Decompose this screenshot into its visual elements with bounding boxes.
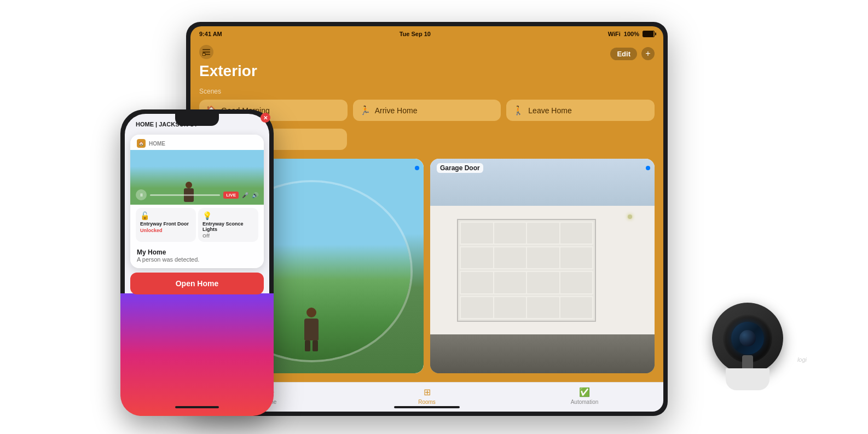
notif-app-icon: 🏠 <box>137 139 146 148</box>
svg-rect-0 <box>202 49 210 50</box>
camera-base <box>726 368 769 390</box>
panel-cell <box>527 297 559 318</box>
phone-notch <box>175 114 219 126</box>
garage-door-panels <box>458 220 595 321</box>
panel-cell <box>494 247 526 268</box>
garage-panel-2 <box>460 246 593 269</box>
garage-header: Garage Door <box>437 163 650 173</box>
notif-header: 🏠 HOME <box>130 135 264 150</box>
camera-controls: ⏸ LIVE 🎤 🔊 <box>130 189 264 200</box>
panel-cell <box>560 223 593 244</box>
device-lights-status: Off <box>202 233 254 239</box>
svg-point-3 <box>202 53 205 56</box>
notif-home-name: My Home <box>137 248 257 256</box>
light-fixture <box>628 215 632 219</box>
status-right: WiFi 100% <box>608 31 655 37</box>
person-body <box>304 319 319 340</box>
device-lights-name: Entryway Sconce Lights <box>202 221 254 232</box>
panel-cell <box>527 272 559 293</box>
garage-door <box>457 219 596 322</box>
phone-home-indicator <box>125 398 269 412</box>
garage-camera-card[interactable]: Garage Door <box>430 159 655 373</box>
play-pause-button[interactable]: ⏸ <box>136 189 147 200</box>
driveway <box>430 334 655 373</box>
notif-camera-view: ⏸ LIVE 🎤 🔊 <box>130 150 264 205</box>
wifi-label: WiFi <box>608 31 621 37</box>
tab-rooms-label: Rooms <box>418 399 436 405</box>
notif-app-name: HOME <box>149 141 257 147</box>
tab-rooms[interactable]: ⊞ Rooms <box>348 387 506 405</box>
camera-lens-inner <box>731 322 764 355</box>
tab-automation-icon: ✅ <box>579 387 590 397</box>
mic-icon[interactable]: 🎤 <box>242 192 248 198</box>
scenes-label: Scenes <box>199 88 655 95</box>
panel-cell <box>560 297 593 318</box>
notif-app-icon-label: 🏠 <box>138 141 144 146</box>
camera-action-icons: 🎤 🔊 <box>242 192 258 198</box>
scene-arrive-home[interactable]: 🏃 Arrive Home <box>353 100 501 121</box>
tab-automation-label: Automation <box>571 399 599 405</box>
tablet-title-area: Exterior <box>199 45 257 80</box>
panel-cell <box>527 223 559 244</box>
open-home-button[interactable]: Open Home <box>130 273 264 294</box>
camera-brand-label: logi <box>797 356 807 363</box>
panel-cell <box>494 223 526 244</box>
person-legs <box>305 340 318 351</box>
doorbell-live-dot <box>415 166 419 170</box>
garage-panel-4 <box>460 296 593 319</box>
phone: ✕ HOME | JACKSON ST 🏠 HOME <box>120 109 274 416</box>
svg-rect-1 <box>202 51 210 53</box>
edit-button[interactable]: Edit <box>610 48 637 60</box>
scene-arrive-label: Arrive Home <box>375 106 418 115</box>
scene-leave-home[interactable]: 🚶 Leave Home <box>506 100 655 121</box>
status-time: 9:41 AM <box>199 31 222 37</box>
garage-video <box>430 159 655 373</box>
person-head <box>306 308 316 317</box>
lock-icon: 🔓 <box>140 211 192 220</box>
person-leg-right <box>313 340 318 351</box>
panel-cell <box>461 223 493 244</box>
notification-area: HOME | JACKSON ST 🏠 HOME <box>125 114 269 398</box>
phone-frame: ✕ HOME | JACKSON ST 🏠 HOME <box>120 109 274 416</box>
phone-screen: ✕ HOME | JACKSON ST 🏠 HOME <box>125 114 269 412</box>
battery-pct: 100% <box>624 31 639 37</box>
panel-cell <box>461 247 493 268</box>
battery-icon <box>643 31 655 37</box>
battery-fill <box>643 31 653 37</box>
panel-cell <box>560 272 593 293</box>
tab-automation[interactable]: ✅ Automation <box>506 387 663 405</box>
device-controls: 🔓 Entryway Front Door Unlocked 💡 Entrywa… <box>130 205 264 245</box>
tablet-status-bar: 9:41 AM Tue Sep 10 WiFi 100% <box>190 26 663 42</box>
garage-title: Garage Door <box>437 163 483 173</box>
garage-panel-3 <box>460 271 593 294</box>
person-leg-left <box>305 340 310 351</box>
device-card-lights[interactable]: 💡 Entryway Sconce Lights Off <box>198 208 258 242</box>
notification-card[interactable]: 🏠 HOME ⏸ <box>130 135 264 268</box>
hamburger-button[interactable] <box>199 45 213 59</box>
speaker-icon[interactable]: 🔊 <box>252 192 258 198</box>
tab-rooms-icon: ⊞ <box>424 387 431 397</box>
close-notification-button[interactable]: ✕ <box>261 114 269 123</box>
device-lock-status: Unlocked <box>140 228 192 233</box>
panel-cell <box>560 247 593 268</box>
device-card-lock[interactable]: 🔓 Entryway Front Door Unlocked <box>136 208 196 242</box>
garage-panel-1 <box>460 222 593 245</box>
header-actions: Edit + <box>610 45 655 60</box>
scene-leave-label: Leave Home <box>528 106 571 115</box>
menu-icon <box>202 48 210 56</box>
camera-lens-core <box>739 330 756 346</box>
notif-message-area: My Home A person was detected. <box>130 245 264 268</box>
lights-icon: 💡 <box>202 211 254 220</box>
logi-camera-device: logi <box>682 259 813 390</box>
person-figure <box>296 308 327 351</box>
home-bar-indicator <box>394 406 460 408</box>
live-badge: LIVE <box>223 192 239 199</box>
panel-cell <box>494 297 526 318</box>
room-title: Exterior <box>199 62 257 80</box>
garage-live-dot <box>646 166 650 170</box>
panel-cell <box>461 272 493 293</box>
scene-leave-icon: 🚶 <box>513 105 524 115</box>
panel-cell <box>494 272 526 293</box>
home-bar <box>175 406 219 408</box>
add-button[interactable]: + <box>641 47 655 60</box>
